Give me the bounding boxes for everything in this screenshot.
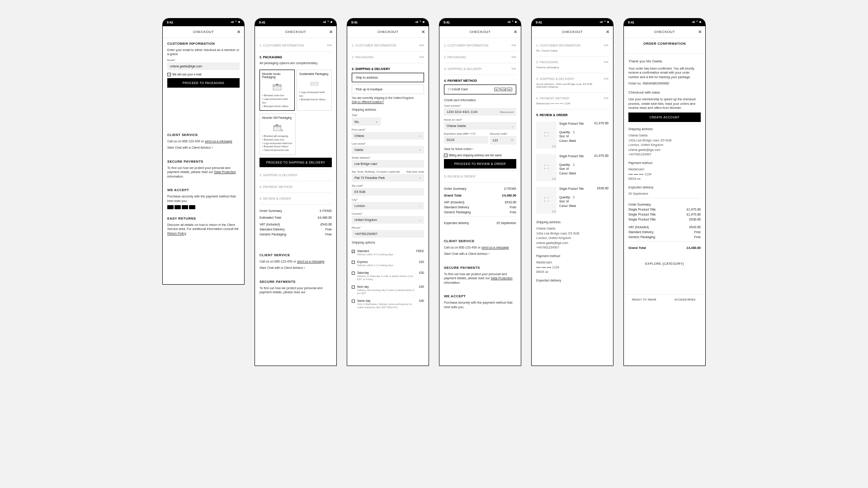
screen-confirmation: 9:41•ıl ⌃ ■ CHECKOUT✕ ORDER CONFIRMATION… (623, 18, 706, 366)
ship-express[interactable]: ExpressDelivery within 1–2 working days£… (352, 258, 424, 269)
close-icon[interactable]: ✕ (329, 29, 333, 34)
firstname-field[interactable]: Oriana✓ (352, 132, 424, 140)
card-number-field[interactable]: 1234 3214 4421 1134Mastercard (444, 108, 516, 116)
svg-rect-6 (280, 129, 283, 131)
screen-payment: 9:41•ıl ⌃ ■ CHECKOUT✕ 1. CUSTOMER INFORM… (439, 18, 521, 366)
phone-field[interactable]: +447901234567 (352, 230, 424, 238)
email-label: Email* (167, 59, 240, 61)
email-field[interactable]: oriana.gaeta@tga.com (167, 62, 240, 70)
tab-ready-to-wear[interactable]: READY TO WEAR (624, 295, 665, 305)
status-icons: •ıl ⌃ ■ (231, 20, 240, 24)
easy-returns-desc: Discover all details on how to return in… (167, 223, 240, 235)
product-row: 2:3Single Product TitleQuantity: 1Size: … (536, 119, 609, 151)
tab-accessories[interactable]: ACCESSORIES (665, 295, 705, 305)
proceed-button[interactable]: PROCEED TO PACKAGING (167, 78, 240, 88)
step-1[interactable]: 1. CUSTOMER INFORMATIONEdit (259, 42, 332, 49)
credit-card-option[interactable]: ☐ Credit CardMCVISAAM (444, 84, 516, 94)
section-desc: Enter your email to either checkout as a… (167, 48, 240, 56)
proceed-button[interactable]: PROCEED TO REVIEW & ORDER (444, 159, 516, 169)
apt-field[interactable]: Flat 72 Paradise Park✓ (352, 174, 424, 182)
expiry-field[interactable]: 01/22 (444, 136, 488, 144)
proceed-button[interactable]: PROCEED TO SHIPPING & DELIVERY (259, 158, 332, 167)
save-future-link[interactable]: Save for future orders › (444, 147, 516, 151)
title-select[interactable]: Ms.⌄ (352, 117, 381, 126)
page-title: CHECKOUT (193, 30, 214, 34)
explore-category[interactable]: EXPLORE {CATEGORY} (624, 256, 705, 272)
close-icon[interactable]: ✕ (698, 29, 702, 34)
pkg-gift[interactable]: Moncler Gift PackagingBranded gift-wrapp… (259, 113, 296, 155)
secure-payments-title: SECURE PAYMENTS (167, 160, 240, 164)
close-icon[interactable]: ✕ (514, 29, 518, 34)
screen-customer-info: 9:41•ıl ⌃ ■ CHECKOUT✕ CUSTOMER INFORMATI… (162, 18, 245, 285)
ship-sameday[interactable]: Same dayOnly in Manhattan. Delivery same… (352, 297, 424, 311)
client-service-title: CLIENT SERVICE (167, 133, 240, 137)
close-icon[interactable]: ✕ (421, 29, 425, 34)
pickup-boutique[interactable]: Pick up in boutique (352, 84, 424, 94)
zip-field[interactable]: E5 9UB (352, 188, 424, 196)
order-summary-label: Order Summary (259, 209, 282, 212)
close-icon[interactable]: ✕ (237, 29, 241, 34)
we-accept-desc: Purchase securely with the payment metho… (167, 194, 240, 203)
page-title: CHECKOUT (285, 30, 306, 34)
ship-saturday[interactable]: SaturdayDelivery on Saturday if order is… (352, 269, 424, 283)
cvv-field[interactable]: 123ⓘ (490, 136, 517, 145)
step-3: 3. SHIPPING & DELIVERY (259, 171, 332, 179)
screen-packaging: 9:41•ıl ⌃ ■ CHECKOUT✕ 1. CUSTOMER INFORM… (255, 18, 337, 366)
client-service-desc: Call us on 800-123-456 or send us a mess… (167, 139, 240, 143)
street-field[interactable]: Lea Bridge road (352, 160, 424, 168)
ship-standard[interactable]: StandardDelivery within 3–5 working days… (352, 247, 424, 258)
we-accept-title: WE ACCEPT (167, 188, 240, 192)
step-2: 2. PACKAGING (259, 53, 332, 61)
name-on-card-field[interactable]: Oriana Gaeta⌄ (444, 122, 516, 130)
thank-you: Thank you Ms Gaeta (628, 59, 701, 64)
header: CHECKOUT✕ (163, 26, 244, 38)
pkg-iconic[interactable]: Moncler Iconic PackagingBranded outer bo… (259, 70, 295, 111)
svg-rect-5 (274, 125, 281, 127)
pkg-sustainable[interactable]: Sustainable PackagingLogo embossed retai… (297, 70, 332, 111)
easy-returns-title: EASY RETURNS (167, 216, 240, 221)
time: 9:41 (167, 21, 173, 24)
payment-icons (167, 205, 240, 209)
order-number: Order no. 908346863459990 (628, 81, 701, 85)
send-message-link[interactable]: send us a message (205, 140, 232, 143)
section-title: CUSTOMER INFORMATION (167, 42, 240, 46)
chat-link[interactable]: Start Chat with a Client Advisor › (167, 145, 240, 150)
svg-rect-1 (273, 85, 281, 86)
svg-rect-0 (273, 86, 281, 90)
billing-same-checkbox[interactable]: Billing and shipping address are the sam… (444, 154, 516, 157)
svg-rect-4 (274, 127, 281, 131)
step-4: 4. PAYMENT METHOD (259, 183, 332, 191)
screen-shipping: 9:41•ıl ⌃ ■ CHECKOUT✕ 1. CUSTOMER INFORM… (347, 18, 429, 366)
secure-payments-desc: To find out how we protect your personal… (167, 166, 240, 178)
confirmation-title: ORDER CONFIRMATION (628, 42, 701, 46)
email-opt-checkbox[interactable]: We will use your e-mail (167, 73, 240, 76)
status-bar: 9:41•ıl ⌃ ■ (162, 18, 245, 26)
category-tabs: READY TO WEARACCESSORIES (624, 294, 705, 305)
close-icon[interactable]: ✕ (606, 29, 610, 34)
create-account-button[interactable]: CREATE ACCOUNT (628, 113, 701, 122)
city-field[interactable]: London⌄ (352, 202, 424, 210)
ship-to-address[interactable]: Ship to address (352, 73, 424, 82)
lastname-field[interactable]: Gaeta✓ (352, 146, 424, 154)
step-5: 5. REVIEW & ORDER (259, 195, 332, 202)
screen-review: 9:41•ıl ⌃ ■ CHECKOUT✕ 1. CUSTOMER INFORM… (531, 18, 613, 366)
ship-nextday[interactable]: Next dayDelivery next working day if ord… (352, 283, 424, 297)
country-field[interactable]: United Kingdom⌄ (352, 216, 424, 224)
